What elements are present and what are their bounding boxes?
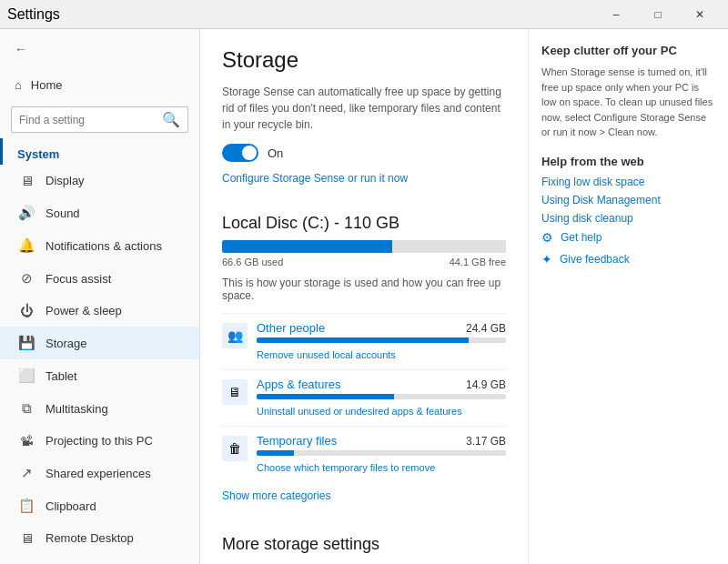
give-feedback-icon: ✦: [541, 252, 552, 267]
notifications-icon: 🔔: [18, 237, 35, 254]
get-help-item[interactable]: ⚙ Get help: [541, 230, 715, 245]
title-bar-title: Settings: [7, 6, 60, 23]
apps-icon: 🖥: [222, 379, 248, 405]
disk-bar-container: 66.6 GB used 44.1 GB free: [222, 240, 506, 267]
other-people-bar-fill: [257, 337, 469, 343]
temp-icon: 🗑: [222, 436, 248, 461]
apps-bar: [257, 394, 506, 399]
give-feedback-text: Give feedback: [560, 253, 630, 266]
maximize-button[interactable]: □: [637, 0, 679, 29]
apps-name[interactable]: Apps & features: [257, 378, 341, 391]
other-people-desc[interactable]: Remove unused local accounts: [257, 349, 396, 360]
sidebar-item-storage-label: Storage: [46, 337, 87, 350]
link-disk-cleanup[interactable]: Using disk cleanup: [541, 212, 715, 225]
power-icon: ⏻: [18, 303, 35, 318]
sidebar-item-shared-label: Shared experiences: [46, 467, 151, 480]
configure-storage-link[interactable]: Configure Storage Sense or run it now: [222, 172, 408, 185]
disk-bar-fill: [222, 240, 392, 253]
link-disk-management[interactable]: Using Disk Management: [541, 194, 715, 206]
sidebar-item-projecting-label: Projecting to this PC: [46, 434, 153, 448]
disk-bar-labels: 66.6 GB used 44.1 GB free: [222, 257, 506, 267]
shared-icon: ↗: [18, 465, 35, 481]
sidebar-item-display[interactable]: 🖥 Display: [0, 165, 199, 196]
more-settings-title: More storage settings: [222, 535, 506, 554]
sidebar-item-sound[interactable]: 🔊 Sound: [0, 196, 199, 229]
apps-desc[interactable]: Uninstall unused or undesired apps & fea…: [257, 406, 462, 417]
sidebar-header: ←: [0, 29, 199, 69]
storage-sense-toggle[interactable]: [222, 144, 258, 162]
storage-item-temp: 🗑 Temporary files 3.17 GB Choose which t…: [222, 426, 506, 482]
sidebar-item-clipboard[interactable]: 📋 Clipboard: [0, 489, 199, 522]
help-from-web-title: Help from the web: [541, 155, 715, 168]
sidebar-item-display-label: Display: [46, 174, 85, 187]
sidebar: ← ⌂ Home 🔍 System 🖥 Display 🔊 Sound 🔔 No…: [0, 29, 200, 564]
remote-icon: 🖥: [18, 530, 35, 546]
get-help-icon: ⚙: [541, 230, 553, 245]
other-people-size: 24.4 GB: [466, 322, 506, 335]
focus-icon: ⊘: [18, 270, 35, 287]
sidebar-item-notifications[interactable]: 🔔 Notifications & actions: [0, 229, 199, 262]
sidebar-item-focus-label: Focus assist: [46, 272, 111, 286]
sidebar-item-multitasking-label: Multitasking: [46, 402, 108, 416]
multitasking-icon: ⧉: [18, 400, 35, 417]
keep-clutter-desc: When Storage sense is turned on, it'll f…: [541, 65, 715, 140]
sidebar-item-clipboard-label: Clipboard: [46, 499, 96, 513]
sidebar-item-tablet[interactable]: ⬜ Tablet: [0, 359, 199, 392]
title-bar: Settings – □ ✕: [0, 0, 728, 29]
storage-item-apps: 🖥 Apps & features 14.9 GB Uninstall unus…: [222, 369, 506, 426]
title-bar-controls: – □ ✕: [595, 0, 721, 29]
other-people-name[interactable]: Other people: [257, 321, 325, 335]
minimize-button[interactable]: –: [595, 0, 637, 29]
sidebar-item-multitasking[interactable]: ⧉ Multitasking: [0, 392, 199, 425]
apps-header: Apps & features 14.9 GB: [257, 378, 506, 391]
toggle-row: On: [222, 144, 506, 162]
give-feedback-item[interactable]: ✦ Give feedback: [541, 252, 715, 267]
link-fixing-disk-space[interactable]: Fixing low disk space: [541, 176, 715, 188]
main-content: Storage Storage Sense can automatically …: [200, 29, 728, 564]
temp-desc[interactable]: Choose which temporary files to remove: [257, 462, 435, 473]
display-icon: 🖥: [18, 173, 35, 188]
projecting-icon: 📽: [18, 433, 35, 448]
search-input[interactable]: [19, 114, 157, 126]
home-label: Home: [31, 78, 63, 92]
sidebar-item-remote-label: Remote Desktop: [46, 531, 134, 545]
temp-bar-fill: [257, 450, 294, 456]
storage-item-other-people: 👥 Other people 24.4 GB Remove unused loc…: [222, 313, 506, 369]
disk-description: This is how your storage is used and how…: [222, 277, 506, 302]
disk-section-title: Local Disc (C:) - 110 GB: [222, 214, 506, 233]
sidebar-item-home[interactable]: ⌂ Home: [0, 69, 199, 101]
close-button[interactable]: ✕: [679, 0, 721, 29]
sidebar-item-power[interactable]: ⏻ Power & sleep: [0, 295, 199, 327]
temp-header: Temporary files 3.17 GB: [257, 434, 506, 448]
sidebar-item-projecting[interactable]: 📽 Projecting to this PC: [0, 425, 199, 457]
tablet-icon: ⬜: [18, 368, 35, 384]
sidebar-item-sound-label: Sound: [46, 206, 80, 220]
show-more-link[interactable]: Show more categories: [222, 489, 330, 502]
back-button[interactable]: ←: [11, 38, 31, 60]
sidebar-item-remote[interactable]: 🖥 Remote Desktop: [0, 522, 199, 554]
apps-bar-fill: [257, 394, 394, 399]
sidebar-item-tablet-label: Tablet: [46, 369, 77, 383]
other-people-bar: [257, 337, 506, 343]
storage-icon: 💾: [18, 335, 35, 351]
sidebar-item-notifications-label: Notifications & actions: [46, 239, 162, 253]
temp-name[interactable]: Temporary files: [257, 434, 337, 448]
page-title: Storage: [222, 47, 506, 73]
sound-icon: 🔊: [18, 205, 35, 221]
clipboard-icon: 📋: [18, 498, 35, 514]
main-window: ← ⌂ Home 🔍 System 🖥 Display 🔊 Sound 🔔 No…: [0, 29, 728, 564]
sidebar-item-about[interactable]: ℹ About: [0, 554, 199, 564]
toggle-label: On: [268, 146, 283, 160]
sidebar-item-focus[interactable]: ⊘ Focus assist: [0, 262, 199, 295]
right-panel: Keep clutter off your PC When Storage se…: [528, 29, 728, 564]
sidebar-item-shared[interactable]: ↗ Shared experiences: [0, 457, 199, 489]
disk-free-label: 44.1 GB free: [450, 257, 506, 267]
other-people-content: Other people 24.4 GB Remove unused local…: [257, 321, 506, 362]
search-icon: 🔍: [162, 111, 180, 128]
search-box: 🔍: [11, 106, 188, 133]
temp-size: 3.17 GB: [466, 435, 506, 448]
content-area: Storage Storage Sense can automatically …: [200, 29, 528, 564]
keep-clutter-title: Keep clutter off your PC: [541, 44, 715, 57]
sidebar-item-storage[interactable]: 💾 Storage: [0, 327, 199, 359]
disk-used-label: 66.6 GB used: [222, 257, 283, 267]
